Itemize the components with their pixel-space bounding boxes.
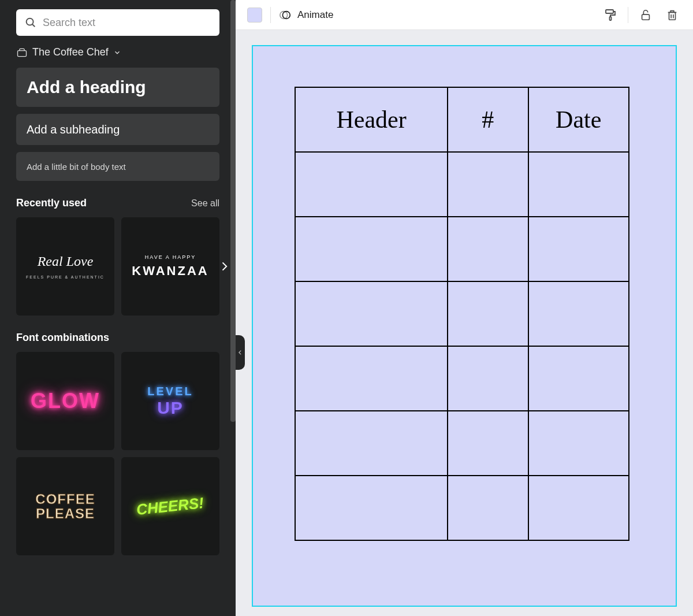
collapse-sidebar-handle[interactable] [236,335,245,370]
animate-button[interactable]: Animate [279,9,333,21]
combo-level-up[interactable]: LEVEL UP [121,352,219,450]
table-row[interactable] [295,281,629,346]
document-table[interactable]: Header # Date [295,87,629,541]
add-subheading-label: Add a subheading [27,123,120,136]
combo-coffee-please[interactable]: COFFEE PLEASE [16,457,114,555]
table-row[interactable] [295,476,629,540]
table-row[interactable] [295,217,629,281]
recent-item-kwanzaa[interactable]: HAVE A HAPPY KWANZAA [121,217,219,316]
table-cell[interactable] [528,411,629,476]
document-page[interactable]: Header # Date [253,46,676,606]
table-cell[interactable] [528,152,629,217]
table-header-cell[interactable]: # [448,87,528,152]
recent-item-real-love[interactable]: Real Love FEELS PURE & AUTHENTIC [16,217,114,316]
thumb-subtext: KWANZAA [132,264,208,279]
paint-roller-icon [603,8,617,22]
canvas-viewport[interactable]: Header # Date [236,30,693,616]
lock-button[interactable] [636,6,655,24]
table-cell[interactable] [528,476,629,540]
font-combinations-title: Font combinations [16,332,109,344]
copy-style-button[interactable] [601,6,620,24]
table-cell[interactable] [295,152,448,217]
thumb-text: CHEERS! [136,493,205,518]
color-swatch[interactable] [247,8,262,23]
table-header-cell[interactable]: Date [528,87,629,152]
search-input[interactable] [43,17,211,29]
trash-icon [666,9,679,21]
see-all-link[interactable]: See all [191,198,219,209]
table-body [295,152,629,540]
table-header-cell[interactable]: Header [295,87,448,152]
search-icon [24,16,37,29]
text-sidebar: The Coffee Chef Add a heading Add a subh… [0,0,236,616]
combo-glow[interactable]: GLOW [16,352,114,450]
svg-rect-6 [610,17,612,20]
svg-rect-2 [18,50,27,56]
chevron-down-icon [113,49,121,57]
animate-label: Animate [297,9,333,21]
table-row[interactable] [295,411,629,476]
add-heading-label: Add a heading [27,77,146,97]
add-body-label: Add a little bit of body text [27,162,126,172]
toolbar-divider [270,7,271,23]
context-toolbar: Animate [236,0,693,30]
table-row[interactable] [295,346,629,411]
search-box[interactable] [16,9,219,36]
add-subheading-button[interactable]: Add a subheading [16,114,219,145]
table-cell[interactable] [295,476,448,540]
table-cell[interactable] [448,411,528,476]
thumb-subtext: UP [157,398,184,418]
table-cell[interactable] [528,281,629,346]
table-cell[interactable] [295,346,448,411]
brand-kit-selector[interactable]: The Coffee Chef [0,40,236,64]
table-cell[interactable] [448,217,528,281]
table-cell[interactable] [295,217,448,281]
font-combo-row-2: COFFEE PLEASE CHEERS! [0,454,236,559]
svg-rect-5 [606,10,613,13]
unlock-icon [639,9,652,21]
combo-cheers[interactable]: CHEERS! [121,457,219,555]
delete-button[interactable] [663,6,681,24]
svg-point-0 [27,18,33,25]
main-area: Animate [236,0,693,616]
svg-rect-7 [642,14,650,20]
svg-line-1 [32,24,35,27]
add-heading-button[interactable]: Add a heading [16,68,219,107]
add-body-text-button[interactable]: Add a little bit of body text [16,152,219,181]
thumb-text: COFFEE PLEASE [35,492,95,521]
table-cell[interactable] [528,346,629,411]
table-cell[interactable] [528,217,629,281]
table-cell[interactable] [448,281,528,346]
thumb-text: Real Love [38,254,94,269]
thumb-text: LEVEL [147,385,193,398]
thumb-text: GLOW [31,389,100,413]
table-cell[interactable] [448,476,528,540]
brand-icon [16,47,28,58]
svg-rect-8 [669,12,676,20]
animate-icon [279,9,292,21]
thumb-text: HAVE A HAPPY [145,254,196,260]
font-combo-row-1: GLOW LEVEL UP [0,348,236,454]
table-cell[interactable] [448,152,528,217]
toolbar-divider [628,7,628,23]
table-cell[interactable] [448,346,528,411]
thumb-subtext: FEELS PURE & AUTHENTIC [26,275,105,279]
brand-label: The Coffee Chef [32,46,109,58]
recently-used-row: Real Love FEELS PURE & AUTHENTIC HAVE A … [0,214,236,319]
recently-used-title: Recently used [16,197,87,209]
table-header-row[interactable]: Header # Date [295,87,629,152]
table-row[interactable] [295,152,629,217]
table-cell[interactable] [295,411,448,476]
chevron-right-icon[interactable] [218,258,230,274]
table-cell[interactable] [295,281,448,346]
